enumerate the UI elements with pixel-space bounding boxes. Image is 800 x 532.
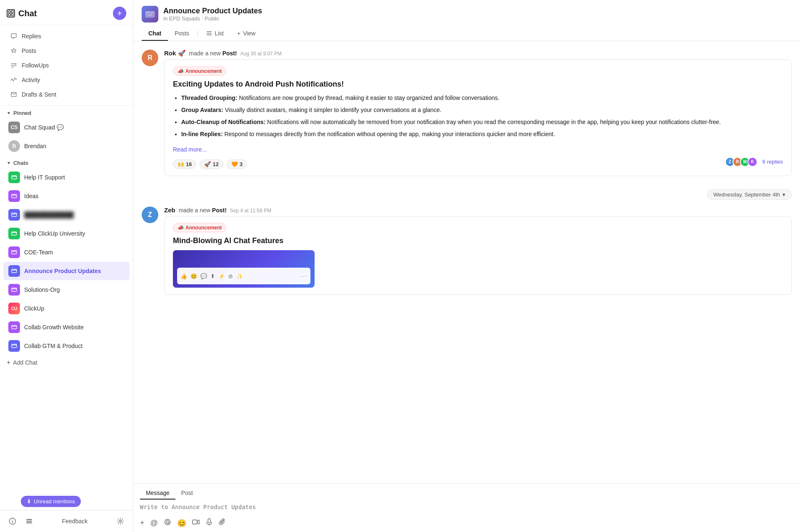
post-title-2: Mind-Blowing AI Chat Features	[173, 236, 783, 245]
unread-mentions-button[interactable]: ⬇ Unread mentions	[21, 496, 81, 507]
message-meta-2: Zeb made a new Post! Sep 4 at 11:58 PM	[164, 206, 792, 214]
date-separator: Wednesday, September 4th ▾	[142, 189, 792, 200]
input-add-icon[interactable]: +	[140, 519, 145, 527]
svg-point-27	[166, 521, 169, 523]
svg-rect-25	[207, 35, 212, 35]
blurred-label: ████████████	[24, 211, 74, 218]
announce-avatar	[8, 265, 20, 277]
channel-title-row: Announce Product Updates in EPD Squads ·…	[142, 6, 792, 22]
chat-squad-label: Chat Squad 💬	[24, 124, 64, 131]
tab-view[interactable]: + View	[230, 27, 262, 41]
sidebar-item-solutions-org[interactable]: Solutions-Org	[3, 281, 130, 299]
svg-rect-24	[207, 33, 212, 34]
input-video-icon[interactable]	[192, 518, 200, 528]
sidebar-item-announce[interactable]: Announce Product Updates	[3, 262, 130, 280]
chats-section-header[interactable]: ▼ Chats	[0, 156, 133, 168]
reaction-3[interactable]: 🧡 3	[227, 159, 247, 169]
help-clickup-avatar	[8, 228, 20, 239]
svg-rect-1	[11, 11, 13, 13]
message-content-2: Zeb made a new Post! Sep 4 at 11:58 PM 📣…	[164, 206, 792, 295]
post-title-1: Exciting Updates to Android Push Notific…	[173, 80, 783, 89]
footer-list-icon[interactable]	[23, 515, 35, 527]
message-meta-1: Rok 🚀 made a new Post! Aug 30 at 9:07 PM	[164, 50, 792, 57]
input-emoji-icon[interactable]: 😊	[177, 519, 186, 528]
help-it-avatar	[8, 172, 20, 183]
reaction-1[interactable]: 🙌 16	[173, 159, 196, 169]
nav-item-posts[interactable]: Posts	[3, 44, 130, 58]
sidebar-item-chat-squad[interactable]: CS Chat Squad 💬	[3, 118, 130, 137]
sidebar-scroll: Replies Posts FollowUps Activity	[0, 25, 133, 510]
solutions-org-label: Solutions-Org	[24, 286, 60, 293]
message-block-2: Z Zeb made a new Post! Sep 4 at 11:58 PM…	[142, 206, 792, 295]
svg-point-16	[12, 520, 13, 520]
sidebar-item-help-clickup[interactable]: Help ClickUp University	[3, 224, 130, 243]
input-actions: + @ 😊	[133, 516, 800, 532]
announcement-badge-1: 📣 Announcement	[173, 67, 226, 76]
sidebar-title: Chat	[7, 9, 37, 18]
bullet-2: Group Avatars: Visually distinct avatars…	[181, 106, 783, 114]
announce-label: Announce Product Updates	[24, 268, 101, 274]
input-tab-message[interactable]: Message	[140, 487, 175, 500]
read-more-link-1[interactable]: Read more...	[173, 146, 207, 153]
replies-icon	[10, 32, 18, 40]
settings-gear-icon[interactable]	[115, 515, 126, 527]
pinned-section-header[interactable]: ▼ Pinned	[0, 106, 133, 118]
nav-item-drafts[interactable]: Drafts & Sent	[3, 87, 130, 102]
activity-label: Activity	[22, 77, 40, 83]
channel-info: Announce Product Updates in EPD Squads ·…	[163, 7, 262, 22]
sidebar-item-blurred[interactable]: ████████████	[3, 206, 130, 224]
input-mic-icon[interactable]	[205, 518, 213, 528]
message-time-2: Sep 4 at 11:58 PM	[230, 208, 271, 214]
svg-rect-19	[26, 522, 32, 523]
date-badge[interactable]: Wednesday, September 4th ▾	[707, 189, 792, 200]
unread-mentions-container: ⬇ Unread mentions	[21, 496, 81, 507]
bullet-1: Threaded Grouping: Notifications are now…	[181, 94, 783, 102]
sidebar-item-collab-gtm[interactable]: Collab GTM & Product	[3, 337, 130, 355]
sidebar-item-collab-growth[interactable]: Collab Growth Website	[3, 318, 130, 336]
reaction-emoji-1: 🙌	[178, 161, 184, 167]
input-at-icon[interactable]: @	[150, 519, 158, 527]
feedback-button[interactable]: Feedback	[62, 518, 88, 525]
svg-rect-3	[11, 14, 13, 16]
announcement-icon-1: 📣	[178, 68, 184, 74]
nav-item-activity[interactable]: Activity	[3, 73, 130, 87]
main-content: Announce Product Updates in EPD Squads ·…	[133, 0, 800, 532]
add-chat-plus-icon: +	[7, 359, 10, 366]
ideas-avatar	[8, 190, 20, 202]
sidebar-item-ideas[interactable]: Ideas	[3, 187, 130, 205]
channel-icon	[142, 6, 158, 22]
sidebar-item-help-it[interactable]: Help IT Support	[3, 168, 130, 186]
input-mention-icon[interactable]	[164, 518, 171, 528]
add-button[interactable]: +	[113, 7, 126, 20]
post-label-1: Post!	[222, 50, 237, 57]
sidebar-item-clickup[interactable]: CU ClickUp	[3, 299, 130, 318]
footer-info-icon[interactable]	[7, 515, 18, 527]
message-input[interactable]	[140, 504, 793, 510]
announcement-text-2: Announcement	[185, 225, 222, 231]
collab-gtm-avatar	[8, 340, 20, 352]
post-card-2: 📣 Announcement Mind-Blowing AI Chat Feat…	[164, 216, 792, 295]
sidebar-item-coe-team[interactable]: COE-Team	[3, 243, 130, 261]
reaction-2[interactable]: 🚀 12	[200, 159, 223, 169]
tab-chat[interactable]: Chat	[142, 27, 168, 41]
sidebar-item-brendan[interactable]: B Brendan	[3, 137, 130, 155]
help-it-label: Help IT Support	[24, 174, 65, 181]
sidebar-title-icon	[7, 9, 15, 17]
tab-posts[interactable]: Posts	[168, 27, 196, 41]
nav-item-followups[interactable]: FollowUps	[3, 58, 130, 72]
input-attach-icon[interactable]	[219, 518, 226, 528]
message-time-1: Aug 30 at 9:07 PM	[240, 51, 282, 57]
pinned-label: Pinned	[13, 110, 31, 116]
ideas-label: Ideas	[24, 193, 38, 199]
nav-item-replies[interactable]: Replies	[3, 29, 130, 43]
svg-rect-5	[12, 176, 17, 179]
add-chat-button[interactable]: + Add Chat	[0, 355, 133, 370]
input-tab-post[interactable]: Post	[175, 487, 199, 500]
message-block-1: R Rok 🚀 made a new Post! Aug 30 at 9:07 …	[142, 50, 792, 176]
svg-rect-6	[12, 194, 17, 198]
unread-arrow-icon: ⬇	[27, 498, 31, 505]
tab-list[interactable]: List	[200, 27, 230, 41]
reply-count-1[interactable]: 6 replies	[762, 159, 783, 165]
reaction-emoji-3: 🧡	[231, 161, 238, 167]
sidebar: Chat + Replies Posts FollowUps	[0, 0, 133, 532]
